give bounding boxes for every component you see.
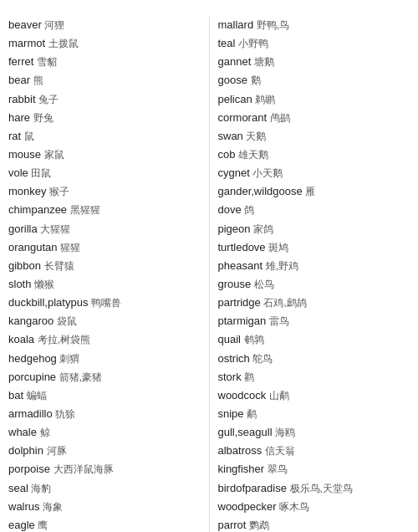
list-item: cygnet 小天鹅 (218, 165, 410, 182)
list-item: swan 天鹅 (218, 128, 410, 145)
list-item: seal 海豹 (8, 480, 201, 497)
list-item: pigeon 家鸽 (218, 221, 410, 238)
list-item: birdofparadise 极乐鸟,天堂鸟 (218, 480, 410, 497)
list-item: ostrich 鸵鸟 (218, 350, 410, 367)
list-item: grouse 松鸟 (218, 276, 410, 293)
list-item: armadillo 犰狳 (8, 406, 201, 422)
list-item: walrus 海象 (8, 499, 201, 515)
list-item: beaver 河狸 (8, 17, 201, 33)
list-item: dove 鸽 (218, 202, 410, 218)
main-content: beaver 河狸marmot 土拨鼠ferret 雪貂bear 熊rabbit… (0, 0, 418, 532)
list-item: woodcock 山鹬 (218, 387, 410, 404)
list-item: kingfisher 翠鸟 (218, 461, 410, 478)
left-column: beaver 河狸marmot 土拨鼠ferret 雪貂bear 熊rabbit… (8, 17, 209, 532)
list-item: hare 野兔 (8, 110, 201, 126)
list-item: duckbill,platypus 鸭嘴兽 (8, 294, 201, 311)
list-item: dolphin 河豚 (8, 442, 201, 459)
list-item: hedgehog 刺猬 (8, 350, 201, 367)
list-item: orangutan 猩猩 (8, 239, 201, 256)
list-item: quail 鹌鹑 (218, 331, 410, 348)
list-item: mallard 野鸭,鸟 (218, 17, 410, 33)
list-item: ptarmigan 雷鸟 (218, 313, 410, 330)
list-item: rabbit 兔子 (8, 91, 201, 108)
list-item: stork 鹳 (218, 369, 410, 386)
list-item: gull,seagull 海鸥 (218, 424, 410, 441)
list-item: woodpecker 啄木鸟 (218, 499, 410, 515)
list-item: snipe 鹬 (218, 406, 410, 422)
list-item: cob 雄天鹅 (218, 146, 410, 163)
list-item: pelican 鹈鹕 (218, 91, 410, 108)
list-item: vole 田鼠 (8, 165, 201, 182)
list-item: whale 鲸 (8, 424, 201, 441)
list-item: monkey 猴子 (8, 183, 201, 200)
list-item: sloth 懒猴 (8, 276, 201, 293)
list-item: bat 蝙蝠 (8, 387, 201, 404)
list-item: gannet 塘鹅 (218, 54, 410, 70)
list-item: goose 鹅 (218, 72, 410, 89)
list-item: gander,wildgoose 雁 (218, 183, 410, 200)
list-item: turtledove 斑鸠 (218, 239, 410, 256)
list-item: eagle 鹰 (8, 517, 201, 532)
list-item: ferret 雪貂 (8, 54, 201, 70)
list-item: porcupine 箭猪,豪猪 (8, 369, 201, 386)
list-item: partridge 石鸡,鹧鸪 (218, 294, 410, 311)
list-item: rat 鼠 (8, 128, 201, 145)
list-item: albatross 信天翁 (218, 442, 410, 459)
list-item: mouse 家鼠 (8, 146, 201, 163)
list-item: gibbon 长臂猿 (8, 258, 201, 274)
list-item: parrot 鹦鹉 (218, 517, 410, 532)
list-item: gorilla 大猩猩 (8, 221, 201, 238)
list-item: koala 考拉,树袋熊 (8, 331, 201, 348)
list-item: porpoise 大西洋鼠海豚 (8, 461, 201, 478)
list-item: kangaroo 袋鼠 (8, 313, 201, 330)
list-item: cormorant 鸬鹚 (218, 110, 410, 126)
list-item: bear 熊 (8, 72, 201, 89)
list-item: teal 小野鸭 (218, 35, 410, 52)
list-item: chimpanzee 黑猩猩 (8, 202, 201, 218)
list-item: marmot 土拨鼠 (8, 35, 201, 52)
list-item: pheasant 雉,野鸡 (218, 258, 410, 274)
right-column: mallard 野鸭,鸟teal 小野鸭gannet 塘鹅goose 鹅peli… (209, 17, 410, 532)
